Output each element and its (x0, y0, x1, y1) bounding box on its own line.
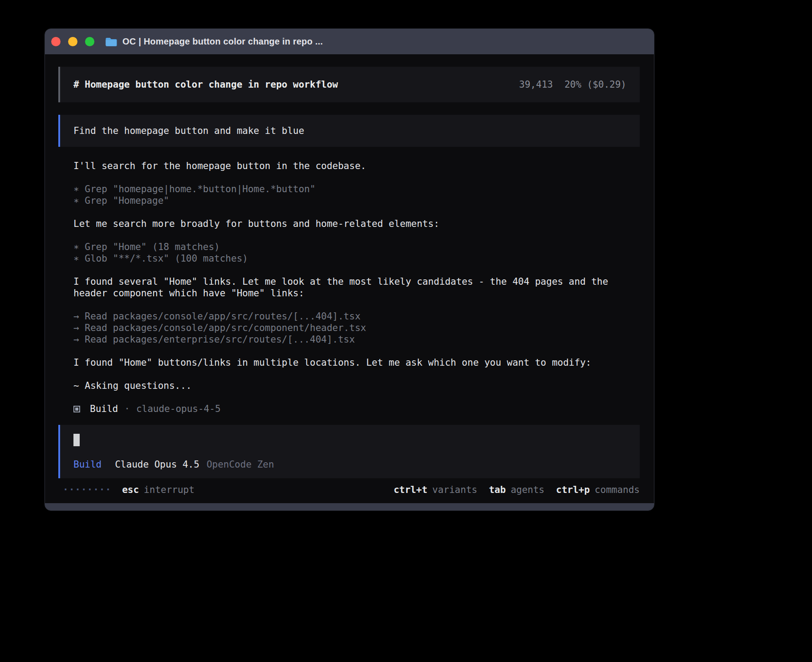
agent-icon (73, 406, 80, 412)
zoom-button[interactable] (85, 37, 94, 46)
tool-call-grep: ∗ Grep "Home" (18 matches) (73, 241, 640, 253)
model-label: Claude Opus 4.5 (115, 459, 199, 470)
prompt-input-area[interactable]: Build Claude Opus 4.5 OpenCode Zen (58, 425, 640, 478)
session-header: # Homepage button color change in repo w… (58, 67, 640, 102)
window-bottom-edge (45, 503, 654, 510)
agent-status-row: Build · claude-opus-4-5 (73, 403, 640, 415)
close-button[interactable] (51, 37, 61, 46)
spinner-dots-icon: ········ (63, 484, 111, 496)
provider-label: OpenCode Zen (207, 459, 274, 470)
status-bar: ········ esc interrupt ctrl+tvariants ta… (58, 484, 640, 496)
tool-call-grep: ∗ Grep "Homepage" (73, 195, 640, 206)
shortcut-label: commands (595, 484, 640, 495)
shortcut-label: variants (432, 484, 477, 495)
tool-call-read: → Read packages/console/app/src/routes/[… (73, 311, 640, 322)
shortcut-variants: ctrl+tvariants (394, 484, 477, 496)
agent-model: claude-opus-4-5 (136, 403, 221, 415)
assistant-text-line: I found several "Home" links. Let me loo… (73, 276, 640, 299)
status-bar-left: ········ esc interrupt (63, 484, 195, 496)
status-bar-right: ctrl+tvariants tabagents ctrl+pcommands (382, 484, 640, 496)
assistant-text-line: Let me search more broadly for buttons a… (73, 218, 640, 230)
mode-label: Build (73, 459, 102, 470)
tool-call-read: → Read packages/enterprise/src/routes/[.… (73, 334, 640, 345)
assistant-transcript: I'll search for the homepage button in t… (73, 160, 640, 392)
session-title: # Homepage button color change in repo w… (73, 79, 338, 90)
esc-key: esc (122, 484, 139, 496)
shortcut-label: agents (511, 484, 544, 495)
assistant-status-line: ~ Asking questions... (73, 380, 640, 392)
terminal-window: OC | Homepage button color change in rep… (45, 28, 654, 511)
context-usage: 20% ($0.29) (564, 79, 626, 90)
agent-separator: · (124, 403, 130, 415)
shortcut-key: tab (489, 484, 506, 495)
window-title: OC | Homepage button color change in rep… (122, 36, 323, 47)
assistant-text-line: I found "Home" buttons/links in multiple… (73, 357, 640, 368)
shortcut-agents: tabagents (489, 484, 544, 496)
shortcut-key: ctrl+p (556, 484, 590, 495)
window-controls (51, 37, 94, 46)
tool-call-glob: ∗ Glob "**/*.tsx" (100 matches) (73, 253, 640, 264)
session-stats: 39,413 20% ($0.29) (519, 79, 626, 90)
token-count: 39,413 (519, 79, 553, 90)
shortcut-commands: ctrl+pcommands (556, 484, 640, 496)
terminal-content: # Homepage button color change in repo w… (45, 54, 654, 503)
assistant-text-line: I'll search for the homepage button in t… (73, 160, 640, 172)
window-titlebar: OC | Homepage button color change in rep… (45, 29, 654, 54)
shortcut-key: ctrl+t (394, 484, 427, 495)
esc-label: interrupt (144, 484, 195, 496)
folder-icon (105, 37, 117, 46)
text-cursor (73, 434, 80, 446)
input-footer: Build Claude Opus 4.5 OpenCode Zen (73, 459, 626, 470)
minimize-button[interactable] (68, 37, 77, 46)
user-message: Find the homepage button and make it blu… (58, 115, 640, 147)
agent-name: Build (90, 403, 118, 415)
user-message-text: Find the homepage button and make it blu… (73, 125, 304, 137)
tool-call-read: → Read packages/console/app/src/componen… (73, 322, 640, 334)
tool-call-grep: ∗ Grep "homepage|home.*button|Home.*butt… (73, 183, 640, 195)
